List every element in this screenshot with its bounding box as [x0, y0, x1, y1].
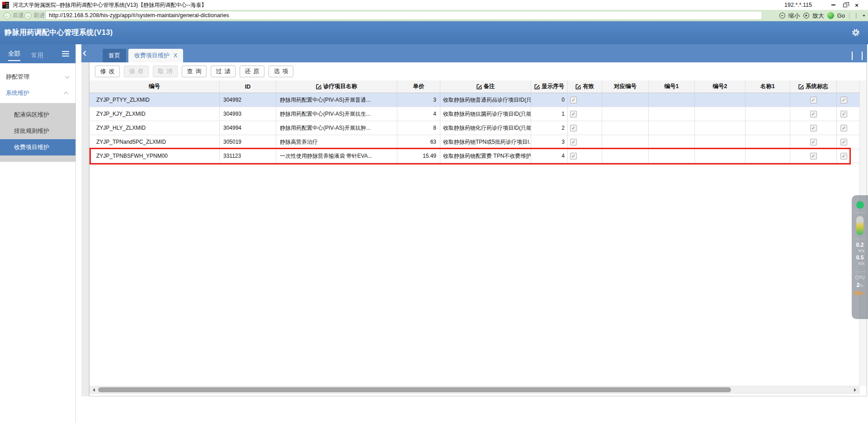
- table-cell: ✓: [837, 93, 859, 107]
- zoom-in-label[interactable]: 放大: [812, 12, 824, 20]
- sidebar-tab[interactable]: 常用: [28, 44, 46, 63]
- column-header[interactable]: 诊疗项目名称: [276, 80, 397, 93]
- column-header[interactable]: 名称1: [745, 80, 790, 93]
- table-row[interactable]: ZYJP_TPNBSFWH_YPNM00331123一次性使用静脉营养输液袋 带…: [90, 149, 859, 163]
- toolbar-button[interactable]: 还原: [240, 66, 264, 77]
- chevron-down-icon: [65, 74, 70, 79]
- go-button[interactable]: Go: [837, 12, 845, 19]
- toolbar-button[interactable]: 修改: [95, 66, 120, 77]
- zoom-out-icon[interactable]: −: [779, 13, 785, 19]
- table-cell: 0: [531, 93, 568, 107]
- table-row[interactable]: ZYJP_HLY_ZLXMID304994静脉用药配置中心(PIV-AS)开展抗…: [90, 121, 859, 135]
- sidebar-group-header[interactable]: 静配管理: [0, 69, 75, 85]
- tab-close-icon[interactable]: X: [174, 52, 177, 59]
- edit-pencil-icon: [798, 84, 804, 89]
- column-header[interactable]: 编号: [90, 80, 220, 93]
- table-cell: ZYJP_PTYY_ZLXMID: [90, 93, 220, 107]
- column-header[interactable]: 备注: [440, 80, 531, 93]
- nav-separator: [849, 12, 849, 19]
- table-row[interactable]: ZYJP_PTYY_ZLXMID304992静脉用药配置中心(PIV-AS)开展…: [90, 93, 859, 107]
- sidebar-submenu: 配液病区维护排批规则维护收费项目维护: [0, 103, 75, 162]
- restore-button[interactable]: [839, 1, 851, 9]
- sidebar-group-header[interactable]: 系统维护: [0, 85, 75, 101]
- minimize-button[interactable]: [827, 1, 839, 9]
- sidebar-item[interactable]: 排批规则维护: [0, 123, 75, 139]
- table-cell: 4: [531, 149, 568, 163]
- table-row[interactable]: ZYJP_KJY_ZLXMID304993静脉用药配置中心(PIV-AS)开展抗…: [90, 107, 859, 121]
- forward-button[interactable]: → 前进: [24, 10, 45, 21]
- checkbox[interactable]: ✓: [570, 139, 577, 146]
- checkbox[interactable]: ✓: [840, 111, 847, 118]
- table-cell: [695, 135, 745, 149]
- column-header[interactable]: ID: [220, 80, 276, 93]
- checkbox[interactable]: ✓: [810, 97, 817, 103]
- zoom-out-label[interactable]: 缩小: [788, 12, 800, 20]
- toolbar-button[interactable]: 过滤: [211, 66, 236, 77]
- sidebar-splitter[interactable]: [81, 62, 89, 396]
- sidebar-item[interactable]: 配液病区维护: [0, 107, 75, 123]
- table-cell: ✓: [837, 107, 859, 121]
- checkbox[interactable]: ✓: [810, 139, 817, 146]
- table-cell: ✓: [568, 135, 602, 149]
- checkbox[interactable]: ✓: [840, 153, 847, 160]
- checkbox[interactable]: ✓: [840, 97, 847, 103]
- checkbox[interactable]: ✓: [840, 125, 847, 132]
- toolbar-button: 取消: [153, 66, 178, 77]
- close-button[interactable]: ×: [851, 1, 863, 9]
- scroll-left-icon[interactable]: [90, 386, 98, 393]
- grid-header-row: 编号ID诊疗项目名称单价备注显示序号有效对应编号编号1编号2名称1系统标志: [90, 80, 859, 93]
- settings-gear-icon[interactable]: [852, 28, 860, 38]
- menu-hamburger-icon[interactable]: [62, 51, 69, 58]
- back-button[interactable]: ← 后退: [4, 10, 24, 21]
- sidebar-collapse-button[interactable]: [81, 44, 89, 62]
- horizontal-scroll-thumb[interactable]: [98, 387, 731, 392]
- menu-dropdown-icon[interactable]: [863, 15, 865, 17]
- toolbar-button[interactable]: 查询: [182, 66, 207, 77]
- desktop-window: 河北大学附属医院--静脉用药调配中心管理系统(V13)【静脉用药调配中心--海泰…: [0, 0, 868, 423]
- menu-dots-icon[interactable]: ⋮: [854, 13, 859, 19]
- sidebar-item[interactable]: 收费项目维护: [0, 139, 75, 155]
- cpu-label: CPU: [855, 275, 864, 280]
- checkbox[interactable]: ✓: [810, 153, 817, 160]
- table-cell: [649, 107, 695, 121]
- column-header[interactable]: 编号2: [695, 80, 745, 93]
- system-monitor-widget[interactable]: 0.2 ↑ K/s 0.5 ↓ K/s CPU 2% 80°C: [852, 195, 868, 319]
- column-header[interactable]: 编号1: [649, 80, 695, 93]
- document-tab[interactable]: 首页: [103, 49, 126, 62]
- column-header[interactable]: 有效: [568, 80, 602, 93]
- column-header[interactable]: 对应编号: [602, 80, 649, 93]
- tab-list-dropdown-icon[interactable]: [862, 52, 863, 60]
- column-header[interactable]: 系统标志: [790, 80, 837, 93]
- table-cell: 2: [531, 121, 568, 135]
- column-header[interactable]: 单价: [397, 80, 440, 93]
- checkbox[interactable]: ✓: [570, 125, 577, 132]
- download-speed-value: 0.5: [856, 255, 864, 261]
- checkbox[interactable]: ✓: [570, 97, 577, 103]
- table-cell: 304993: [220, 107, 276, 121]
- address-bar-input[interactable]: [45, 11, 762, 20]
- column-header[interactable]: [837, 80, 859, 93]
- table-cell: [695, 121, 745, 135]
- upload-speed-unit: ↑ K/s: [855, 249, 864, 254]
- zoom-in-icon[interactable]: +: [803, 13, 809, 19]
- checkbox[interactable]: ✓: [570, 111, 577, 118]
- table-cell: [602, 149, 649, 163]
- tab-scroll-right-icon[interactable]: [852, 52, 853, 60]
- checkbox[interactable]: ✓: [570, 153, 577, 160]
- checkbox[interactable]: ✓: [810, 111, 817, 118]
- document-tab[interactable]: 收费项目维护X: [128, 49, 183, 62]
- scroll-right-icon[interactable]: [851, 386, 859, 393]
- checkbox[interactable]: ✓: [840, 139, 847, 146]
- table-row[interactable]: ZYJP_TPNand5PC_ZLXMID305019静脉高营养治疗63收取静脉…: [90, 135, 859, 149]
- table-cell: ✓: [837, 135, 859, 149]
- column-header[interactable]: 显示序号: [531, 80, 568, 93]
- toolbar-button[interactable]: 选项: [269, 66, 293, 77]
- sidebar-menu: 静配管理系统维护配液病区维护排批规则维护收费项目维护: [0, 63, 75, 162]
- checkbox[interactable]: ✓: [810, 125, 817, 132]
- table-cell: ZYJP_TPNand5PC_ZLXMID: [90, 135, 220, 149]
- sidebar-tab[interactable]: 全部: [5, 44, 23, 63]
- horizontal-scrollbar[interactable]: [90, 386, 859, 394]
- back-arrow-icon: ←: [4, 12, 11, 19]
- table-cell: 静脉用药配置中心(PIV-AS)开展普通...: [276, 93, 397, 107]
- table-cell: 3: [397, 93, 440, 107]
